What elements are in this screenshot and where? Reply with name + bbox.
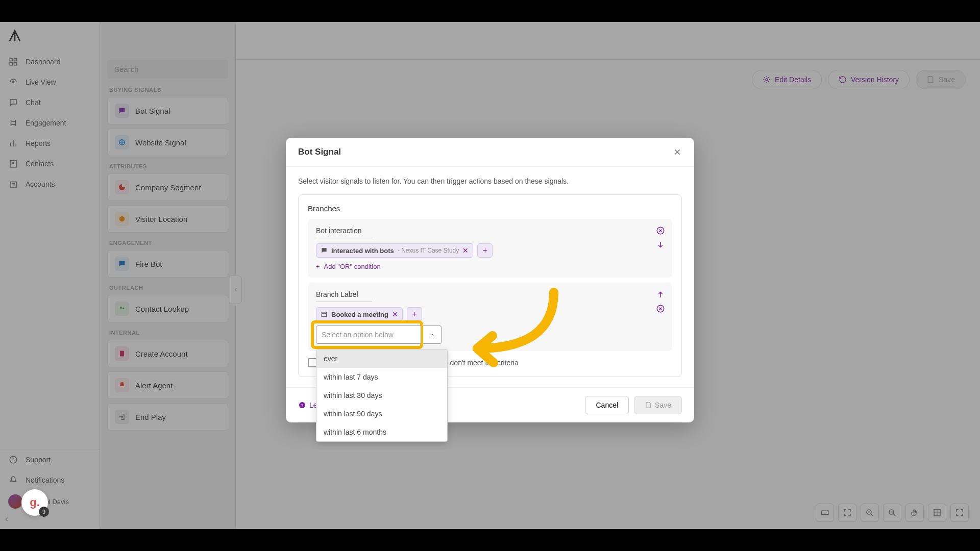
close-icon <box>673 147 682 157</box>
remove-branch[interactable] <box>655 225 666 236</box>
badge-count: 9 <box>39 507 49 517</box>
branches-container: Branches Bot interaction Interacted with… <box>298 194 682 377</box>
x-circle-icon <box>656 226 665 235</box>
remove-branch[interactable] <box>655 303 666 314</box>
g-icon: g. <box>30 496 40 509</box>
remove-chip[interactable]: ✕ <box>392 310 398 318</box>
dropdown-toggle[interactable] <box>423 325 442 344</box>
assist-badge[interactable]: g. 9 <box>21 489 48 516</box>
add-or-condition[interactable]: +Add "OR" condition <box>316 263 664 270</box>
caret-up-icon <box>429 332 435 338</box>
x-circle-icon <box>656 304 665 313</box>
condition-chip[interactable]: Booked a meeting ✕ <box>316 307 403 321</box>
add-condition[interactable]: + <box>407 307 422 321</box>
add-condition[interactable]: + <box>477 243 493 258</box>
dropdown-option[interactable]: within last 90 days <box>316 405 447 423</box>
branch-label-input[interactable]: Branch Label <box>316 290 372 302</box>
remove-chip[interactable]: ✕ <box>462 246 469 255</box>
svg-text:?: ? <box>301 403 304 408</box>
bot-signal-modal: Bot Signal Select visitor signals to lis… <box>286 138 694 422</box>
save-button[interactable]: Save <box>634 396 682 414</box>
calendar-icon <box>321 311 328 318</box>
cancel-button[interactable]: Cancel <box>585 396 629 414</box>
svg-rect-21 <box>322 312 326 317</box>
condition-chip[interactable]: Interacted with bots - Nexus IT Case Stu… <box>316 243 473 258</box>
timeframe-dropdown: ever within last 7 days within last 30 d… <box>316 349 448 442</box>
move-up[interactable] <box>655 289 666 300</box>
branch-card: Bot interaction Interacted with bots - N… <box>308 219 672 278</box>
close-button[interactable] <box>673 147 682 157</box>
dropdown-option[interactable]: ever <box>316 349 447 368</box>
modal-description: Select visitor signals to listen for. Yo… <box>298 177 682 185</box>
dropdown-option[interactable]: within last 7 days <box>316 368 447 386</box>
arrow-up-icon <box>656 290 665 299</box>
help-icon: ? <box>298 401 306 409</box>
move-down[interactable] <box>655 239 666 251</box>
chat-icon <box>321 247 328 254</box>
branch-label-input[interactable]: Bot interaction <box>316 227 372 238</box>
branch-card: Branch Label Booked a meeting ✕ + <box>308 283 672 351</box>
save-icon <box>645 402 652 409</box>
timeframe-select[interactable] <box>316 325 421 344</box>
dropdown-option[interactable]: within last 30 days <box>316 386 447 405</box>
modal-title: Bot Signal <box>298 147 341 157</box>
arrow-down-icon <box>656 240 665 249</box>
dropdown-option[interactable]: within last 6 months <box>316 423 447 441</box>
branches-title: Branches <box>308 204 672 213</box>
